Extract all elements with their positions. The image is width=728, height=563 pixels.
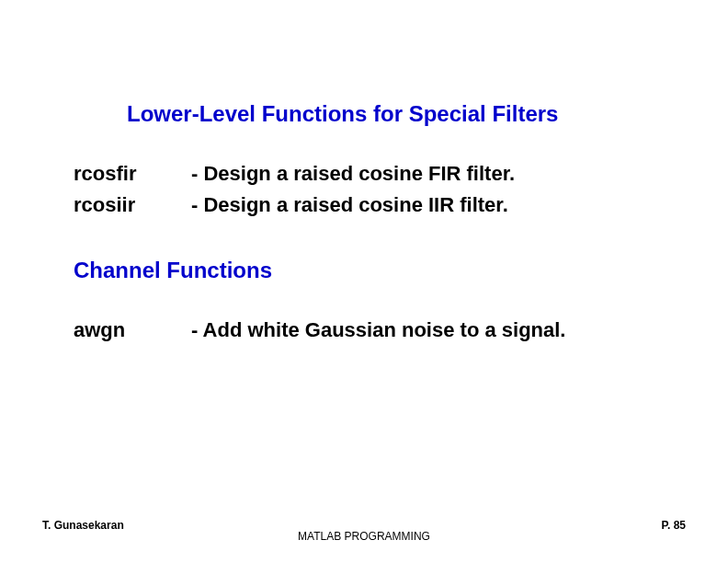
function-row: awgn - Add white Gaussian noise to a sig… <box>74 318 654 342</box>
footer-author: T. Gunasekaran <box>42 519 124 532</box>
slide-content: Lower-Level Functions for Special Filter… <box>0 0 728 342</box>
footer-course: MATLAB PROGRAMMING <box>298 530 430 543</box>
function-name-rcosiir: rcosiir <box>74 193 191 217</box>
function-name-awgn: awgn <box>74 318 191 342</box>
function-desc-rcosfir: - Design a raised cosine FIR filter. <box>191 162 515 186</box>
section-heading-lower-level: Lower-Level Functions for Special Filter… <box>127 101 654 127</box>
function-name-rcosfir: rcosfir <box>74 162 191 186</box>
function-desc-rcosiir: - Design a raised cosine IIR filter. <box>191 193 508 217</box>
function-desc-awgn: - Add white Gaussian noise to a signal. <box>191 318 565 342</box>
function-row: rcosiir - Design a raised cosine IIR fil… <box>74 193 654 217</box>
section-heading-channel: Channel Functions <box>74 258 654 283</box>
function-row: rcosfir - Design a raised cosine FIR fil… <box>74 162 654 186</box>
footer-page-number: P. 85 <box>662 519 686 532</box>
